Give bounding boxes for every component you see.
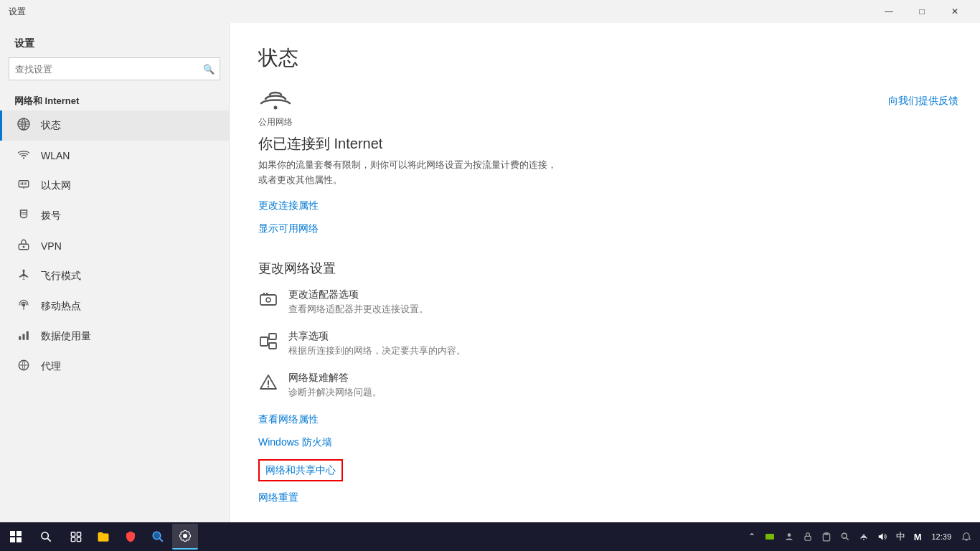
svg-point-12 (25, 214, 27, 215)
gpu-tray-icon[interactable] (761, 524, 778, 550)
window-body: 设置 🔍 网络和 Internet 状态 (0, 23, 980, 522)
sidebar-item-airplane[interactable]: 飞行模式 (0, 261, 229, 291)
svg-point-22 (274, 106, 278, 110)
svg-rect-37 (17, 537, 22, 542)
search-input[interactable] (9, 57, 220, 80)
clipboard-tray-icon[interactable] (819, 524, 834, 550)
svg-point-26 (266, 298, 270, 302)
network-type-label: 公用网络 (258, 116, 293, 128)
svg-point-53 (863, 539, 864, 540)
connected-title: 你已连接到 Internet (258, 134, 382, 154)
sidebar-item-airplane-label: 飞行模式 (41, 270, 81, 283)
hotspot-icon (17, 298, 31, 314)
svg-rect-28 (269, 334, 276, 339)
svg-rect-17 (19, 336, 21, 340)
sharing-desc: 根据所连接到的网络，决定要共享的内容。 (288, 344, 466, 357)
sidebar-search-container: 🔍 (9, 57, 220, 80)
input-method-icon[interactable]: 中 (893, 524, 908, 550)
svg-point-14 (23, 246, 25, 248)
close-button[interactable]: ✕ (938, 0, 971, 23)
svg-rect-35 (17, 531, 22, 536)
adapter-name: 更改适配器选项 (288, 288, 428, 301)
taskbar-explorer[interactable] (90, 524, 116, 550)
svg-rect-34 (10, 531, 15, 536)
sidebar-item-ethernet[interactable]: 以太网 (0, 171, 229, 201)
clock-time: 12:39 (931, 532, 951, 542)
sidebar-item-status-label: 状态 (41, 119, 61, 132)
show-available-networks-link[interactable]: 显示可用网络 (258, 222, 319, 235)
svg-rect-41 (77, 532, 80, 536)
svg-line-39 (47, 538, 50, 541)
taskbar-settings[interactable] (172, 524, 198, 550)
sidebar-item-datausage[interactable]: 数据使用量 (0, 321, 229, 352)
troubleshoot-name: 网络疑难解答 (288, 372, 382, 385)
sidebar-item-status[interactable]: 状态 (0, 110, 229, 141)
taskbar-shield[interactable] (118, 524, 143, 550)
sidebar-item-dialup[interactable]: 拨号 (0, 201, 229, 231)
adapter-desc: 查看网络适配器并更改连接设置。 (288, 303, 428, 316)
start-button[interactable] (3, 524, 29, 550)
notification-icon[interactable] (958, 524, 974, 550)
network-status-area: 公用网络 你已连接到 Internet 如果你的流量套餐有限制，则你可以将此网络… (258, 86, 951, 245)
network-tray-icon[interactable] (856, 524, 872, 550)
vpn-icon (17, 238, 31, 254)
sidebar-item-dialup-label: 拨号 (41, 209, 61, 222)
volume-tray-icon[interactable] (875, 524, 890, 550)
windows-firewall-link[interactable]: Windows 防火墙 (258, 436, 951, 449)
tray-overflow-button[interactable]: ⌃ (745, 524, 758, 550)
sidebar-item-hotspot[interactable]: 移动热点 (0, 291, 229, 321)
svg-point-44 (153, 532, 161, 540)
troubleshoot-text-group: 网络疑难解答 诊断并解决网络问题。 (288, 372, 382, 399)
sidebar: 设置 🔍 网络和 Internet 状态 (0, 23, 230, 522)
ethernet-icon (17, 178, 31, 194)
feedback-link[interactable]: 向我们提供反馈 (888, 95, 958, 108)
adapter-text-group: 更改适配器选项 查看网络适配器并更改连接设置。 (288, 288, 428, 316)
change-connection-props-link[interactable]: 更改连接属性 (258, 199, 319, 212)
sidebar-item-proxy-label: 代理 (41, 360, 61, 373)
minimize-button[interactable]: — (872, 0, 905, 23)
taskbar-magnifier[interactable] (145, 524, 171, 550)
svg-line-45 (160, 539, 163, 542)
svg-marker-54 (878, 533, 882, 540)
sidebar-item-wlan-label: WLAN (41, 150, 70, 161)
page-title: 状态 (258, 44, 951, 72)
svg-point-2 (23, 157, 24, 159)
sharing-text-group: 共享选项 根据所连接到的网络，决定要共享的内容。 (288, 330, 466, 357)
svg-point-33 (268, 385, 269, 387)
search-icon: 🔍 (203, 64, 215, 75)
task-view-button[interactable] (63, 524, 89, 550)
sidebar-item-hotspot-label: 移动热点 (41, 300, 81, 313)
network-sharing-center-highlight: 网络和共享中心 (258, 459, 343, 481)
troubleshoot-icon (258, 373, 278, 396)
change-settings-section-title: 更改网络设置 (258, 260, 951, 277)
taskbar-tray: ⌃ (745, 524, 977, 550)
svg-point-11 (23, 214, 24, 215)
svg-rect-23 (260, 295, 276, 305)
user-tray-icon[interactable] (781, 524, 797, 550)
svg-rect-36 (10, 537, 15, 542)
taskbar-clock[interactable]: 12:39 (927, 532, 956, 542)
search-taskbar-button[interactable] (30, 524, 62, 550)
view-network-props-link[interactable]: 查看网络属性 (258, 413, 951, 426)
network-sharing-center-link[interactable]: 网络和共享中心 (265, 464, 336, 476)
sidebar-item-proxy[interactable]: 代理 (0, 352, 229, 382)
svg-rect-40 (71, 532, 75, 536)
datausage-icon (17, 329, 31, 344)
maximize-button[interactable]: □ (905, 0, 938, 23)
sidebar-item-vpn[interactable]: VPN (0, 231, 229, 261)
search-tray-icon[interactable] (837, 524, 853, 550)
svg-rect-43 (77, 537, 80, 541)
svg-point-51 (842, 533, 847, 538)
dialup-icon (17, 208, 31, 224)
network-reset-link[interactable]: 网络重置 (258, 491, 951, 504)
svg-rect-29 (269, 343, 276, 349)
svg-point-15 (22, 303, 26, 307)
svg-point-47 (787, 533, 791, 537)
title-bar-title: 设置 (9, 6, 26, 18)
svg-rect-48 (805, 536, 811, 540)
svg-rect-27 (260, 337, 268, 346)
m-tray-icon[interactable]: M (911, 524, 925, 550)
lock-tray-icon[interactable] (800, 524, 816, 550)
sidebar-item-wlan[interactable]: WLAN (0, 141, 229, 171)
title-bar: 设置 — □ ✕ (0, 0, 980, 23)
